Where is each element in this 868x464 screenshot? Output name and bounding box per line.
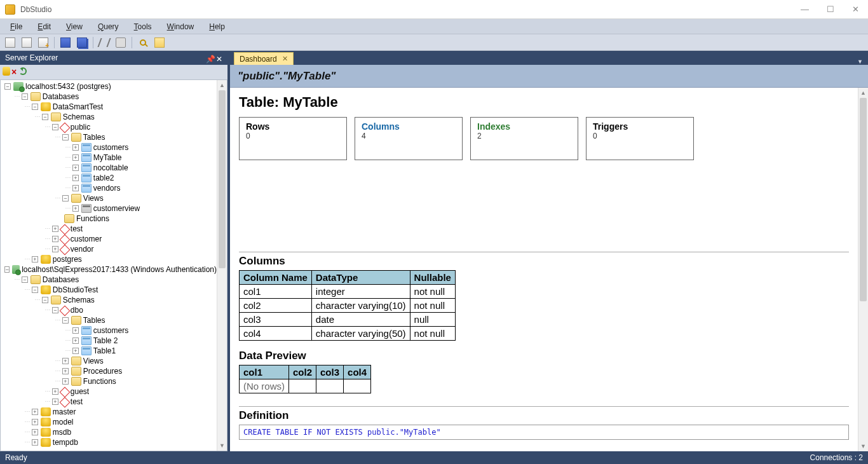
- tree-node[interactable]: ···+customers: [1, 325, 217, 336]
- tree-node[interactable]: ···+guest: [1, 386, 217, 397]
- tree-toggle-icon[interactable]: +: [52, 226, 58, 232]
- tree-node[interactable]: ···−DataSmartTest: [1, 102, 217, 112]
- disconnect-button[interactable]: ×: [11, 67, 17, 77]
- tree-toggle-icon[interactable]: −: [42, 297, 48, 303]
- tree-toggle-icon[interactable]: +: [62, 358, 69, 364]
- toolbar-cut-button[interactable]: [97, 36, 112, 50]
- tree-toggle-icon[interactable]: −: [22, 93, 28, 100]
- tree-toggle-icon[interactable]: +: [32, 409, 38, 415]
- tree-toggle-icon[interactable]: +: [32, 439, 38, 446]
- tree-toggle-icon[interactable]: +: [72, 327, 79, 334]
- menu-file[interactable]: File: [4, 20, 29, 33]
- tree-toggle-icon[interactable]: −: [22, 276, 28, 283]
- toolbar-find-button[interactable]: [135, 36, 151, 50]
- tree-toggle-icon[interactable]: +: [72, 154, 79, 161]
- tree-node[interactable]: ···+vendors: [1, 183, 217, 193]
- tree-toggle-icon[interactable]: −: [32, 287, 38, 293]
- tree-toggle-icon[interactable]: −: [62, 134, 69, 140]
- scroll-thumb[interactable]: [860, 98, 867, 301]
- menu-query[interactable]: Query: [92, 20, 125, 33]
- tree-node[interactable]: ···−Schemas: [1, 295, 217, 305]
- tree-view[interactable]: −localhost:5432 (postgres)···−Databases·…: [1, 80, 217, 451]
- tree-toggle-icon[interactable]: +: [72, 348, 79, 354]
- tree-node[interactable]: −localhost:5432 (postgres): [1, 81, 217, 92]
- tree-node[interactable]: ···+postgres: [1, 254, 217, 264]
- tree-toggle-icon[interactable]: −: [52, 307, 58, 313]
- minimize-button[interactable]: —: [801, 4, 809, 14]
- doc-scrollbar[interactable]: ▲ ▼: [858, 88, 868, 451]
- connect-button[interactable]: [3, 67, 10, 78]
- scroll-down-icon[interactable]: ▼: [217, 440, 227, 451]
- tree-node[interactable]: ···+test: [1, 397, 217, 407]
- menu-window[interactable]: Window: [161, 20, 201, 33]
- tree-node[interactable]: −localhost\SqlExpress2017:1433 (Windows …: [1, 264, 217, 275]
- toolbar-new-button[interactable]: [3, 36, 18, 50]
- tree-node[interactable]: ···+model: [1, 417, 217, 427]
- tree-node[interactable]: ···+customer: [1, 234, 217, 244]
- tree-node[interactable]: ···−Tables: [1, 315, 217, 325]
- tree-toggle-icon[interactable]: +: [72, 185, 79, 191]
- tree-toggle-icon[interactable]: +: [62, 368, 69, 374]
- tree-toggle-icon[interactable]: +: [72, 144, 79, 151]
- tree-toggle-icon[interactable]: −: [52, 124, 58, 130]
- menu-help[interactable]: Help: [203, 20, 231, 33]
- pin-icon[interactable]: 📌: [206, 55, 212, 61]
- tree-toggle-icon[interactable]: +: [72, 165, 79, 171]
- tree-toggle-icon[interactable]: +: [32, 256, 38, 263]
- tab-dashboard[interactable]: Dashboard ✕: [234, 52, 294, 65]
- toolbar-print-button[interactable]: [113, 36, 128, 50]
- toolbar-new-query-button[interactable]: [36, 36, 51, 50]
- scroll-up-icon[interactable]: ▲: [217, 80, 227, 90]
- tree-node[interactable]: ···+Functions: [1, 376, 217, 386]
- menu-edit[interactable]: Edit: [31, 20, 57, 33]
- tree-node[interactable]: ···+master: [1, 407, 217, 417]
- tree-node[interactable]: ···+Views: [1, 356, 217, 366]
- tree-node[interactable]: ···−Databases: [1, 92, 217, 102]
- tree-node[interactable]: ···+Table 2: [1, 336, 217, 346]
- tree-toggle-icon[interactable]: −: [62, 317, 69, 324]
- tree-toggle-icon[interactable]: +: [72, 205, 79, 212]
- tree-toggle-icon[interactable]: +: [52, 246, 58, 252]
- tree-node[interactable]: ···+test: [1, 224, 217, 234]
- refresh-button[interactable]: [19, 67, 27, 77]
- tree-node[interactable]: ···−dbo: [1, 305, 217, 315]
- toolbar-new2-button[interactable]: [19, 36, 34, 50]
- tree-toggle-icon[interactable]: +: [62, 378, 69, 385]
- tree-scrollbar[interactable]: ▲ ▼: [217, 80, 227, 451]
- menu-view[interactable]: View: [60, 20, 89, 33]
- card-columns[interactable]: Columns 4: [355, 117, 463, 160]
- tree-toggle-icon[interactable]: +: [52, 399, 58, 405]
- tree-node[interactable]: ···+customers: [1, 142, 217, 153]
- tree-node[interactable]: ···+Table1: [1, 346, 217, 356]
- tree-node[interactable]: ···+vendor: [1, 244, 217, 254]
- tree-node[interactable]: ···−Schemas: [1, 112, 217, 122]
- scroll-thumb[interactable]: [219, 90, 226, 268]
- tree-node[interactable]: ···+nocoltable: [1, 163, 217, 173]
- menu-tools[interactable]: Tools: [128, 20, 158, 33]
- scroll-up-icon[interactable]: ▲: [858, 88, 868, 98]
- tree-toggle-icon[interactable]: −: [32, 104, 38, 110]
- toolbar-save-button[interactable]: [58, 36, 73, 50]
- tree-toggle-icon[interactable]: −: [4, 266, 10, 273]
- tree-node[interactable]: ···+MyTable: [1, 153, 217, 163]
- close-button[interactable]: ✕: [852, 4, 859, 14]
- tree-node[interactable]: ···+table2: [1, 173, 217, 183]
- tree-toggle-icon[interactable]: +: [32, 419, 38, 425]
- tree-node[interactable]: ···−Databases: [1, 275, 217, 285]
- tree-toggle-icon[interactable]: −: [4, 83, 11, 90]
- toolbar-script-button[interactable]: [152, 36, 167, 50]
- tab-overflow-button[interactable]: ▼: [852, 58, 868, 65]
- tree-node[interactable]: ···+tempdb: [1, 437, 217, 447]
- maximize-button[interactable]: ☐: [827, 4, 834, 14]
- tree-toggle-icon[interactable]: +: [32, 429, 38, 435]
- tree-toggle-icon[interactable]: −: [42, 114, 48, 120]
- tree-node[interactable]: ···−public: [1, 122, 217, 132]
- scroll-down-icon[interactable]: ▼: [858, 441, 868, 451]
- tree-node[interactable]: ···+Procedures: [1, 366, 217, 376]
- tree-node[interactable]: ···−Views: [1, 193, 217, 203]
- tree-node[interactable]: Functions: [1, 214, 217, 224]
- tree-toggle-icon[interactable]: −: [62, 195, 69, 201]
- tree-toggle-icon[interactable]: +: [52, 388, 58, 395]
- tree-toggle-icon[interactable]: +: [72, 338, 79, 344]
- panel-close-icon[interactable]: ✕: [216, 55, 222, 61]
